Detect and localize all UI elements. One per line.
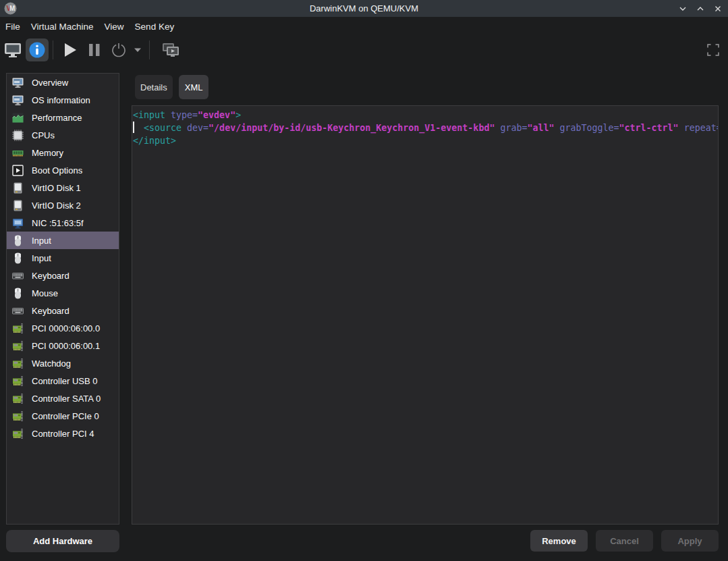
memory-icon xyxy=(12,147,24,159)
run-icon[interactable] xyxy=(59,38,82,61)
pci-icon xyxy=(12,375,24,387)
close-icon[interactable] xyxy=(713,4,723,14)
hardware-item-label: VirtIO Disk 1 xyxy=(32,183,81,193)
pci-icon xyxy=(12,340,24,352)
shutdown-icon[interactable] xyxy=(107,38,130,61)
menubar: FileVirtual MachineViewSend Key xyxy=(0,17,728,36)
hardware-item-controller-sata-0[interactable]: Controller SATA 0 xyxy=(7,390,119,407)
hardware-item-input[interactable]: Input xyxy=(7,232,119,249)
hardware-item-label: Watchdog xyxy=(32,358,71,369)
details-tabs: DetailsXML xyxy=(135,75,208,99)
hardware-item-label: Controller SATA 0 xyxy=(32,394,101,404)
hardware-item-label: Input xyxy=(32,236,51,246)
hardware-item-label: Keyboard xyxy=(32,271,69,281)
hardware-item-label: PCI 0000:06:00.0 xyxy=(32,323,100,333)
hardware-item-virtio-disk-1[interactable]: VirtIO Disk 1 xyxy=(7,179,119,196)
hardware-item-cpus[interactable]: CPUs xyxy=(7,126,119,144)
remove-button[interactable]: Remove xyxy=(530,530,588,552)
svg-text:M: M xyxy=(9,5,15,12)
mouse-icon xyxy=(12,235,24,246)
hardware-item-label: PCI 0000:06:00.1 xyxy=(32,341,100,351)
toolbar xyxy=(0,36,728,64)
keyboard-icon xyxy=(12,305,24,317)
pci-icon xyxy=(12,410,24,422)
xml-code-line: <input type="evdev"> xyxy=(133,109,718,122)
virtual-displays-icon[interactable] xyxy=(159,38,182,61)
pci-icon xyxy=(12,393,24,404)
pci-icon xyxy=(12,323,24,334)
hardware-item-label: Input xyxy=(32,253,51,263)
hardware-item-memory[interactable]: Memory xyxy=(7,144,119,161)
pause-icon[interactable] xyxy=(83,38,106,61)
tab-xml[interactable]: XML xyxy=(179,75,209,99)
nic-icon xyxy=(12,217,24,229)
hardware-item-os-information[interactable]: OS information xyxy=(7,91,119,109)
disk-icon xyxy=(12,182,24,194)
menu-virtual-machine[interactable]: Virtual Machine xyxy=(26,19,99,34)
hardware-list: OverviewOS informationPerformanceCPUsMem… xyxy=(6,73,119,525)
mouse-icon xyxy=(12,288,24,299)
monitor-icon xyxy=(12,77,24,88)
toolbar-separator xyxy=(53,41,53,59)
hardware-item-label: Performance xyxy=(32,113,82,123)
window-title: DarwinKVM on QEMU/KVM xyxy=(0,3,728,14)
cpu-icon xyxy=(12,130,24,141)
hardware-item-overview[interactable]: Overview xyxy=(7,74,119,91)
titlebar[interactable]: V M DarwinKVM on QEMU/KVM xyxy=(0,0,728,17)
disk-icon xyxy=(12,200,24,211)
hardware-item-mouse[interactable]: Mouse xyxy=(7,284,119,302)
hardware-item-label: OS information xyxy=(32,95,90,105)
hardware-item-label: Controller USB 0 xyxy=(32,376,98,386)
hardware-item-boot-options[interactable]: Boot Options xyxy=(7,161,119,179)
window-controls xyxy=(678,0,723,17)
pci-icon xyxy=(12,428,24,439)
hardware-item-nic-51-63-5f[interactable]: NIC :51:63:5f xyxy=(7,214,119,232)
app-icon: V M xyxy=(4,2,17,15)
mouse-icon xyxy=(12,252,24,264)
menu-view[interactable]: View xyxy=(99,19,130,34)
xml-code-line: </input> xyxy=(133,134,718,147)
hardware-item-label: CPUs xyxy=(32,130,55,140)
hardware-item-controller-pcie-0[interactable]: Controller PCIe 0 xyxy=(7,407,119,425)
hardware-item-label: Mouse xyxy=(32,288,58,298)
apply-button[interactable]: Apply xyxy=(661,530,719,552)
hardware-item-label: Controller PCIe 0 xyxy=(32,411,99,421)
hardware-item-label: Memory xyxy=(32,148,63,158)
hardware-item-controller-usb-0[interactable]: Controller USB 0 xyxy=(7,372,119,390)
virt-manager-window: V M DarwinKVM on QEMU/KVM FileVirtual Ma… xyxy=(0,0,728,561)
hardware-item-pci-0000-06-00-0[interactable]: PCI 0000:06:00.0 xyxy=(7,319,119,337)
keyboard-icon xyxy=(12,270,24,282)
performance-icon xyxy=(12,112,24,124)
maximize-icon[interactable] xyxy=(696,4,705,14)
cancel-button[interactable]: Cancel xyxy=(596,530,653,552)
hardware-item-keyboard[interactable]: Keyboard xyxy=(7,302,119,319)
xml-editor[interactable]: <input type="evdev"> <source dev="/dev/i… xyxy=(132,105,719,525)
minimize-icon[interactable] xyxy=(678,4,688,14)
hardware-item-controller-pci-4[interactable]: Controller PCI 4 xyxy=(7,425,119,442)
xml-code-line: <source dev="/dev/input/by-id/usb-Keychr… xyxy=(133,122,718,134)
hardware-item-label: VirtIO Disk 2 xyxy=(32,201,81,211)
hardware-item-input[interactable]: Input xyxy=(7,249,119,267)
hardware-item-virtio-disk-2[interactable]: VirtIO Disk 2 xyxy=(7,196,119,214)
hardware-item-pci-0000-06-00-1[interactable]: PCI 0000:06:00.1 xyxy=(7,337,119,354)
hardware-item-keyboard[interactable]: Keyboard xyxy=(7,267,119,284)
shutdown-menu-arrow-icon[interactable] xyxy=(130,38,145,61)
fullscreen-icon[interactable] xyxy=(706,43,721,57)
details-info-icon[interactable] xyxy=(26,38,49,61)
console-icon[interactable] xyxy=(1,38,24,61)
menu-file[interactable]: File xyxy=(0,19,26,34)
text-caret xyxy=(133,122,134,133)
hardware-item-performance[interactable]: Performance xyxy=(7,109,119,126)
monitor-icon xyxy=(12,95,24,106)
toolbar-separator xyxy=(149,41,150,59)
hardware-item-label: Controller PCI 4 xyxy=(32,429,94,439)
hardware-item-label: Keyboard xyxy=(32,306,69,316)
add-hardware-button[interactable]: Add Hardware xyxy=(6,530,119,552)
hardware-item-label: Overview xyxy=(32,78,68,88)
pci-icon xyxy=(12,358,24,369)
hardware-item-label: NIC :51:63:5f xyxy=(32,218,84,228)
hardware-item-watchdog[interactable]: Watchdog xyxy=(7,354,119,372)
menu-send-key[interactable]: Send Key xyxy=(130,19,180,34)
tab-details[interactable]: Details xyxy=(135,75,173,99)
boot-icon xyxy=(12,165,24,176)
